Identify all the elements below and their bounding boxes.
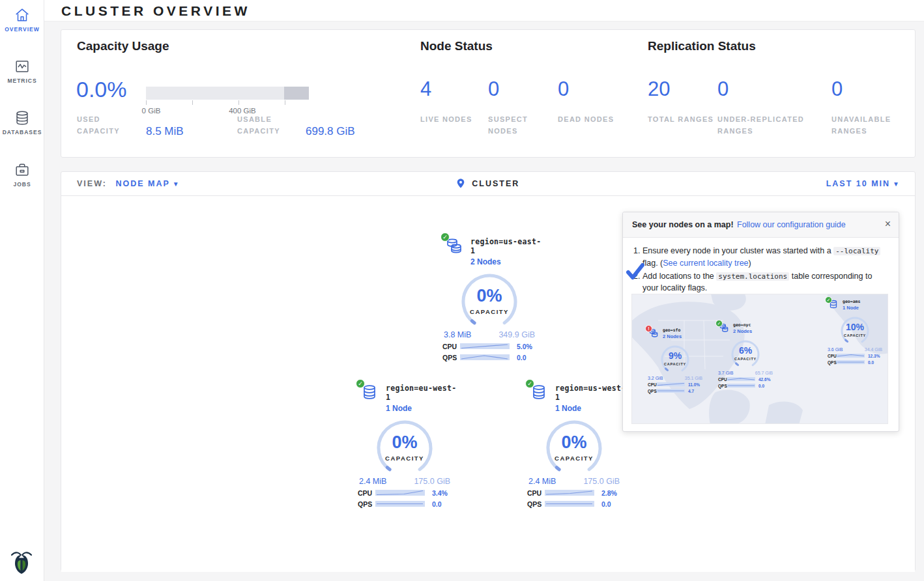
locality-node-count[interactable]: 2 Nodes — [470, 257, 543, 266]
sidebar-label-databases: DATABASES — [0, 129, 44, 135]
cpu-label: CPU — [645, 382, 657, 387]
gauge-capacity-label: CAPACITY — [657, 362, 693, 366]
capacity-bar — [146, 87, 309, 100]
cpu-value: 3.4% — [427, 489, 455, 497]
locality-node-count: 1 Node — [843, 305, 860, 311]
setup-step-1: 1.Ensure every node in your cluster was … — [642, 245, 888, 270]
sidebar-item-databases[interactable]: DATABASES — [0, 109, 44, 135]
qps-value: 0.0 — [512, 354, 540, 361]
total-ranges-value: 20 — [648, 78, 670, 101]
sidebar-item-jobs[interactable]: JOBS — [0, 162, 44, 188]
under-replicated-ranges-label: UNDER-REPLICATED RANGES — [717, 113, 805, 137]
cpu-label: CPU — [439, 343, 459, 350]
cpu-sparkline — [837, 353, 865, 358]
node-map-setup-popup: See your nodes on a map! Follow our conf… — [622, 212, 899, 432]
usable-capacity-value: 699.8 GiB — [306, 125, 355, 138]
replication-status-title: Replication Status — [648, 39, 756, 53]
live-nodes-value: 4 — [420, 78, 431, 101]
capacity-usage-title: Capacity Usage — [77, 39, 169, 53]
metrics-icon — [0, 58, 44, 75]
sidebar-item-overview[interactable]: OVERVIEW — [0, 7, 44, 33]
sidebar-label-overview: OVERVIEW — [0, 26, 44, 33]
cluster-summary-panel: Capacity Usage 0.0% 0 GiB 400 GiB USED C… — [61, 29, 916, 158]
suspect-nodes-label: SUSPECT NODES — [488, 113, 556, 137]
capacity-bar-used-segment — [284, 87, 309, 100]
unavailable-ranges-label: UNAVAILABLE RANGES — [831, 113, 899, 137]
used-capacity-value: 8.5 MiB — [146, 125, 184, 138]
dead-nodes-label: DEAD NODES — [558, 113, 626, 125]
qps-sparkline — [375, 500, 427, 508]
gauge-capacity-label: CAPACITY — [837, 333, 873, 337]
top-bar: CLUSTER OVERVIEW — [44, 0, 924, 21]
qps-value: 4.7 — [686, 389, 705, 393]
gauge-percent: 0% — [372, 432, 437, 453]
nodes-icon: ✓ — [828, 298, 839, 310]
page-title: CLUSTER OVERVIEW — [61, 3, 250, 19]
locality-node-count[interactable]: 1 Node — [386, 404, 458, 413]
locality-card-us-east-1[interactable]: ✓ region=us-east-1 2 Nodes 0% — [436, 235, 543, 361]
home-icon — [0, 7, 44, 23]
gauge-percent: 0% — [541, 432, 607, 453]
locality-name: geo=ams — [843, 298, 860, 304]
node-status-title: Node Status — [420, 39, 493, 53]
gauge-capacity-label: CAPACITY — [457, 308, 522, 315]
qps-sparkline — [544, 500, 596, 508]
gauge-capacity-label: CAPACITY — [541, 455, 607, 462]
locality-name: region=eu-west-1 — [386, 382, 458, 402]
nodes-icon: ✓ — [359, 382, 380, 403]
capacity-percent: 0.0% — [76, 77, 127, 102]
step-number: 1. — [633, 245, 642, 257]
capacity-axis-tick — [238, 100, 239, 105]
configuration-guide-link[interactable]: Follow our configuration guide — [737, 220, 846, 229]
qps-value: 0.0 — [596, 500, 625, 508]
healthy-check-icon: ✓ — [825, 296, 832, 304]
system-locations-code: system.locations — [716, 272, 789, 281]
gauge-percent: 6% — [727, 345, 764, 356]
capacity-axis-tick — [192, 100, 193, 105]
gauge-capacity-label: CAPACITY — [727, 357, 764, 361]
qps-label: QPS — [439, 354, 459, 361]
example-node-map-image: ! geo=sfo 2 Nodes 9% CAPACITY — [631, 294, 888, 424]
gauge-percent: 9% — [657, 350, 693, 361]
cpu-sparkline — [375, 489, 427, 497]
map-pin-icon — [457, 179, 469, 188]
capacity-gauge: 9% CAPACITY — [657, 341, 693, 375]
nodes-icon: ✓ — [444, 235, 465, 256]
locality-card-eu-west-1[interactable]: ✓ region=eu-west-1 1 Node 0% — [351, 382, 458, 508]
healthy-check-icon: ✓ — [715, 320, 723, 327]
locality-tree-link[interactable]: See current locality tree — [663, 259, 748, 268]
popup-title: See your nodes on a map! — [632, 220, 734, 229]
qps-sparkline — [837, 360, 865, 365]
qps-value: 0.0 — [865, 360, 885, 365]
warning-icon: ! — [645, 325, 652, 332]
capacity-gauge: 0% CAPACITY — [372, 416, 437, 475]
qps-value: 0.0 — [756, 384, 775, 388]
locality-node-count[interactable]: 1 Node — [555, 404, 628, 413]
cpu-sparkline — [459, 342, 512, 350]
cpu-label: CPU — [523, 489, 544, 497]
example-locality-geo-sfo: ! geo=sfo 2 Nodes 9% CAPACITY — [644, 327, 706, 393]
cpu-value: 12.3% — [865, 354, 885, 358]
popup-header: See your nodes on a map! Follow our conf… — [623, 212, 899, 238]
databases-icon — [0, 109, 44, 126]
time-range-selector[interactable]: LAST 10 MIN▼ — [826, 179, 901, 188]
cpu-value: 5.0% — [512, 343, 540, 350]
healthy-check-icon: ✓ — [356, 379, 365, 388]
sidebar-label-jobs: JOBS — [0, 181, 44, 188]
total-ranges-label: TOTAL RANGES — [648, 113, 715, 125]
close-icon[interactable]: × — [885, 218, 891, 230]
example-locality-geo-ams: ✓ geo=ams 1 Node 10% CAPACITY — [824, 298, 886, 365]
gauge-percent: 10% — [837, 322, 873, 332]
capacity-gauge: 6% CAPACITY — [727, 336, 764, 370]
cpu-sparkline — [727, 376, 756, 382]
locality-card-us-west-1[interactable]: ✓ region=us-west-1 1 Node 0% — [521, 382, 628, 508]
used-capacity-label: USED CAPACITY — [77, 113, 136, 137]
view-bar: VIEW: NODE MAP▼ CLUSTER LAST 10 MIN▼ — [61, 172, 915, 196]
nodes-icon: ! — [648, 327, 659, 339]
setup-step-2: 2.Add locations to the system.locations … — [642, 270, 888, 295]
sidebar-item-metrics[interactable]: METRICS — [0, 58, 44, 84]
dead-nodes-value: 0 — [558, 78, 569, 101]
cockroachdb-logo — [7, 547, 36, 577]
qps-label: QPS — [715, 384, 727, 388]
capacity-gauge: 0% CAPACITY — [541, 416, 607, 475]
